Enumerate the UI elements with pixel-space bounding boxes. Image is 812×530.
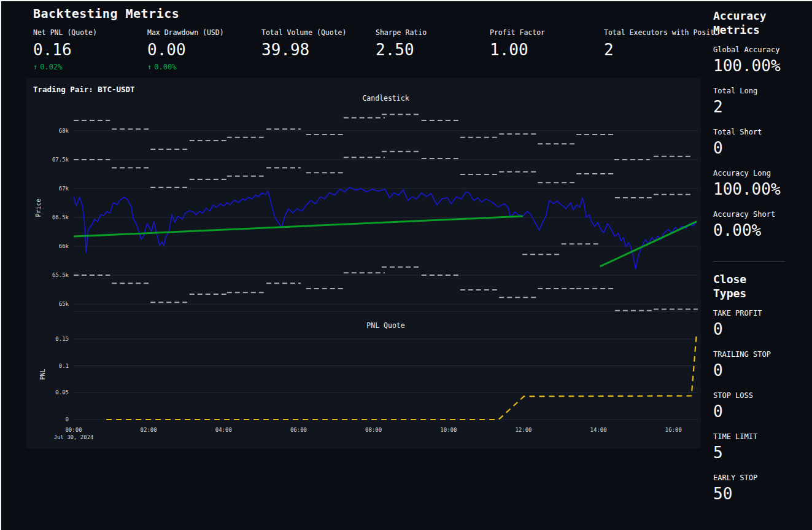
- stat-label: Accuracy Long: [713, 169, 802, 177]
- stat-total-long: Total Long 2: [713, 87, 802, 128]
- stat-take-profit: TAKE PROFIT 0: [713, 309, 802, 350]
- chart-panel: Trading Pair: BTC-USDT Candlestick Price…: [26, 78, 701, 448]
- svg-text:66.5k: 66.5k: [52, 214, 69, 220]
- close-types-heading: Close Types: [713, 272, 782, 300]
- metric-net-pnl: Net PNL (Quote) 0.16 ↑0.02%: [33, 28, 147, 71]
- svg-text:68k: 68k: [59, 128, 69, 134]
- stat-accuracy-short: Accuracy Short 0.00%: [713, 210, 802, 251]
- svg-text:67k: 67k: [59, 185, 69, 192]
- svg-text:0: 0: [66, 416, 69, 423]
- stat-value: 2: [713, 98, 802, 116]
- stat-value: 0.00%: [713, 222, 802, 240]
- sidebar-divider: [713, 261, 785, 262]
- metric-value: 2: [604, 41, 718, 60]
- svg-text:66k: 66k: [59, 243, 69, 249]
- close-types-list: TAKE PROFIT 0 TRAILING STOP 0 STOP LOSS …: [713, 309, 802, 515]
- stat-label: Total Short: [713, 128, 802, 136]
- stat-total-short: Total Short 0: [713, 128, 802, 169]
- stat-stop-loss: STOP LOSS 0: [713, 391, 802, 432]
- stat-value: 100.00%: [713, 57, 802, 75]
- metric-value: 39.98: [261, 41, 376, 60]
- sidebar: Accuracy Metrics Global Accuracy 100.00%…: [713, 1, 802, 515]
- stat-label: STOP LOSS: [713, 391, 802, 400]
- svg-text:0.1: 0.1: [59, 363, 69, 369]
- arrow-up-icon: ↑: [33, 63, 37, 71]
- svg-text:0.15: 0.15: [55, 336, 69, 342]
- stat-time-limit: TIME LIMIT 5: [713, 432, 802, 473]
- stat-trailing-stop: TRAILING STOP 0: [713, 350, 802, 391]
- svg-text:12:00: 12:00: [515, 427, 532, 433]
- svg-text:10:00: 10:00: [440, 427, 457, 433]
- stat-label: Global Accuracy: [713, 45, 802, 54]
- metric-delta-value: 0.00%: [154, 63, 176, 71]
- metric-total-volume: Total Volume (Quote) 39.98: [261, 28, 376, 71]
- metric-label: Total Executors with Posit…: [604, 28, 718, 37]
- metric-label: Sharpe Ratio: [376, 28, 490, 37]
- svg-text:0.05: 0.05: [55, 389, 69, 396]
- stat-value: 0: [713, 362, 802, 380]
- stat-label: Accuracy Short: [713, 210, 802, 219]
- metric-label: Max Drawdown (USD): [147, 28, 261, 37]
- metric-max-drawdown: Max Drawdown (USD) 0.00 ↑0.00%: [147, 28, 261, 71]
- stat-label: TIME LIMIT: [713, 432, 802, 441]
- svg-text:65k: 65k: [59, 301, 69, 307]
- candlestick-chart[interactable]: 68k67.5k67k66.5k66k65.5k65k: [26, 78, 701, 318]
- metric-sharpe-ratio: Sharpe Ratio 2.50: [376, 28, 490, 71]
- stat-label: EARLY STOP: [713, 473, 802, 482]
- svg-text:00:00: 00:00: [65, 427, 82, 433]
- metric-value: 0.00: [147, 41, 261, 60]
- metric-delta: ↑0.00%: [147, 63, 261, 71]
- metrics-row: Net PNL (Quote) 0.16 ↑0.02% Max Drawdown…: [33, 28, 718, 71]
- metric-total-executors: Total Executors with Posit… 2: [604, 28, 718, 71]
- svg-text:06:00: 06:00: [290, 427, 307, 433]
- svg-text:14:00: 14:00: [590, 427, 607, 433]
- metric-label: Total Volume (Quote): [261, 28, 376, 37]
- svg-text:08:00: 08:00: [365, 427, 382, 433]
- stat-value: 0: [713, 321, 802, 338]
- stat-value: 50: [713, 485, 802, 503]
- stat-label: TAKE PROFIT: [713, 309, 802, 318]
- metric-label: Profit Factor: [490, 28, 604, 37]
- svg-text:67.5k: 67.5k: [52, 157, 69, 163]
- stat-value: 0: [713, 139, 802, 157]
- metric-delta: ↑0.02%: [33, 63, 147, 71]
- stat-value: 100.00%: [713, 181, 802, 198]
- metric-value: 2.50: [376, 41, 490, 60]
- accuracy-metrics-heading: Accuracy Metrics: [713, 9, 782, 37]
- metric-value: 1.00: [490, 41, 604, 60]
- stat-label: TRAILING STOP: [713, 350, 802, 359]
- arrow-up-icon: ↑: [147, 63, 152, 71]
- svg-text:65.5k: 65.5k: [52, 272, 69, 278]
- stat-value: 0: [713, 403, 802, 421]
- metric-profit-factor: Profit Factor 1.00: [490, 28, 604, 71]
- stat-accuracy-long: Accuracy Long 100.00%: [713, 169, 802, 210]
- page-title: Backtesting Metrics: [33, 6, 179, 21]
- svg-text:04:00: 04:00: [215, 427, 232, 433]
- backtesting-dashboard: Backtesting Metrics Net PNL (Quote) 0.16…: [0, 0, 812, 530]
- svg-text:Jul 30, 2024: Jul 30, 2024: [53, 434, 93, 440]
- pnl-chart[interactable]: 00.050.10.1500:0002:0004:0006:0008:0010:…: [26, 318, 701, 448]
- metric-label: Net PNL (Quote): [33, 28, 147, 37]
- stat-global-accuracy: Global Accuracy 100.00%: [713, 45, 802, 87]
- metric-value: 0.16: [33, 41, 147, 60]
- stat-label: Total Long: [713, 87, 802, 95]
- svg-text:16:00: 16:00: [665, 427, 682, 433]
- accuracy-metrics-list: Global Accuracy 100.00% Total Long 2 Tot…: [713, 45, 802, 251]
- svg-text:02:00: 02:00: [141, 427, 157, 433]
- metric-delta-value: 0.02%: [40, 63, 62, 71]
- stat-early-stop: EARLY STOP 50: [713, 473, 802, 515]
- stat-value: 5: [713, 444, 802, 462]
